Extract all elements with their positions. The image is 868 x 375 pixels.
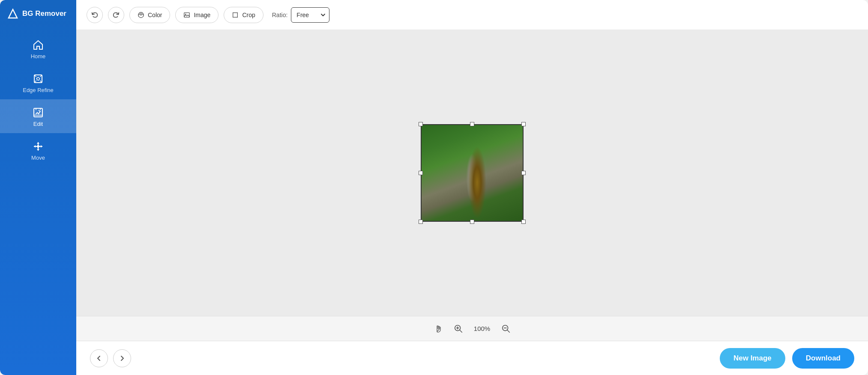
image-button[interactable]: Image <box>175 7 218 23</box>
crop-handle-br[interactable] <box>521 220 526 224</box>
undo-icon <box>91 11 99 19</box>
svg-line-18 <box>459 330 462 332</box>
ratio-select[interactable]: Free 1:1 4:3 16:9 3:4 9:16 <box>291 7 329 23</box>
zoom-in-button[interactable] <box>452 322 465 335</box>
svg-line-22 <box>507 330 509 332</box>
svg-rect-6 <box>34 108 42 117</box>
crop-icon <box>232 12 239 18</box>
sidebar-item-edge-refine-label: Edge Refine <box>23 87 54 93</box>
crop-button[interactable]: Crop <box>224 7 263 23</box>
sidebar-item-edge-refine[interactable]: Edge Refine <box>0 65 76 99</box>
chevron-right-icon <box>118 354 126 362</box>
ratio-section: Ratio: Free 1:1 4:3 16:9 3:4 9:16 <box>272 7 330 23</box>
sidebar-item-move[interactable]: Move <box>0 133 76 167</box>
ratio-wrapper: Free 1:1 4:3 16:9 3:4 9:16 <box>291 7 329 23</box>
home-icon <box>33 39 44 51</box>
edit-icon <box>33 107 44 118</box>
crop-handle-bl[interactable] <box>419 220 423 224</box>
move-icon <box>33 141 44 152</box>
chevron-left-icon <box>95 354 103 362</box>
redo-button[interactable] <box>108 7 124 23</box>
zoom-percent: 100% <box>473 325 492 332</box>
footer-bar: New Image Download <box>76 341 868 375</box>
toolbar: Color Image Crop Ratio: Free 1:1 <box>76 0 868 30</box>
previous-button[interactable] <box>90 349 108 367</box>
sidebar-nav: Home Edge Refine Edi <box>0 32 76 167</box>
redo-icon <box>112 11 120 19</box>
footer-actions: New Image Download <box>720 348 854 369</box>
svg-rect-16 <box>233 12 238 17</box>
color-icon <box>138 12 144 18</box>
sidebar-item-move-label: Move <box>31 155 45 161</box>
pan-tool-button[interactable] <box>432 323 444 335</box>
next-button[interactable] <box>113 349 131 367</box>
sidebar-item-edit[interactable]: Edit <box>0 99 76 133</box>
logo-icon <box>7 8 19 20</box>
app-title: BG Remover <box>22 9 66 18</box>
crop-handle-bm[interactable] <box>470 220 474 224</box>
crop-handle-tl[interactable] <box>419 122 423 126</box>
canvas-area <box>76 30 868 316</box>
image-label: Image <box>194 12 210 18</box>
image-container[interactable] <box>421 124 524 222</box>
svg-marker-0 <box>9 9 17 18</box>
crop-handle-mr[interactable] <box>521 171 526 175</box>
color-label: Color <box>148 12 162 18</box>
svg-rect-14 <box>184 12 189 17</box>
zoom-in-icon <box>454 324 463 333</box>
svg-point-12 <box>37 145 39 148</box>
color-button[interactable]: Color <box>129 7 170 23</box>
footer-nav <box>90 349 131 367</box>
crop-handle-tm[interactable] <box>470 122 474 126</box>
zoom-bar: 100% <box>76 316 868 341</box>
main-content: Color Image Crop Ratio: Free 1:1 <box>76 0 868 375</box>
crop-handle-ml[interactable] <box>419 171 423 175</box>
zoom-out-icon <box>501 324 511 333</box>
image-icon <box>183 12 190 18</box>
edge-refine-icon <box>33 73 44 84</box>
sidebar-item-home-label: Home <box>31 53 46 60</box>
sidebar-item-edit-label: Edit <box>33 121 43 127</box>
sidebar-item-home[interactable]: Home <box>0 32 76 65</box>
download-button[interactable]: Download <box>792 348 854 369</box>
new-image-button[interactable]: New Image <box>720 348 785 369</box>
app-logo: BG Remover <box>0 0 76 27</box>
crop-handle-tr[interactable] <box>521 122 526 126</box>
ratio-label: Ratio: <box>272 12 288 18</box>
canvas-image <box>421 124 524 222</box>
undo-button[interactable] <box>87 7 103 23</box>
zoom-out-button[interactable] <box>500 322 512 335</box>
hand-icon <box>433 323 444 334</box>
crop-label: Crop <box>242 12 255 18</box>
sidebar: BG Remover Home Edge Refine <box>0 0 76 375</box>
